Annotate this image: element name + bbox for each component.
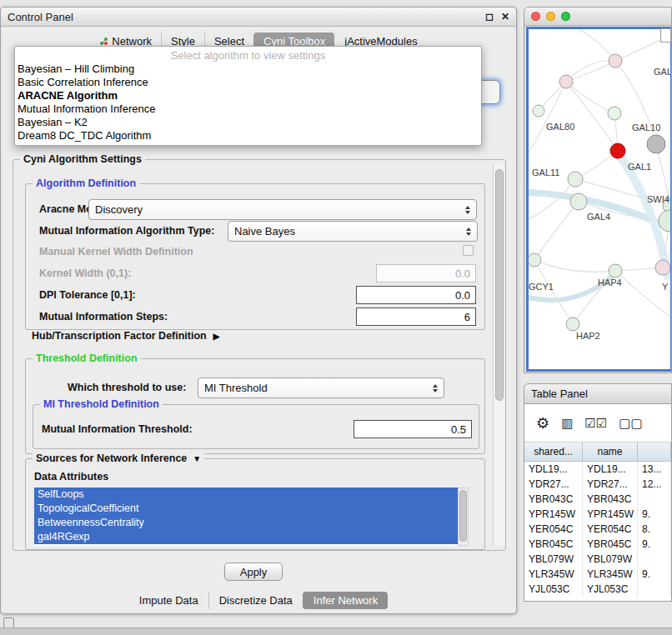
- attributes-scrollbar-thumb[interactable]: [459, 490, 467, 542]
- network-node[interactable]: [610, 143, 625, 158]
- gear-icon[interactable]: ⚙: [536, 416, 549, 431]
- table-row[interactable]: YLR345WYLR345W9.: [524, 567, 671, 582]
- threshold-definition-title: Threshold Definition: [33, 352, 141, 364]
- aracne-mode-select[interactable]: Discovery: [88, 199, 477, 220]
- network-node[interactable]: [659, 210, 672, 232]
- algorithm-option[interactable]: Bayesian – K2: [15, 116, 481, 129]
- network-node[interactable]: [568, 172, 583, 187]
- which-threshold-select[interactable]: MI Threshold: [198, 378, 444, 398]
- deselect-columns-icon[interactable]: ▢▢: [619, 417, 642, 429]
- manual-kernel-label: Manual Kernel Width Definition: [39, 246, 193, 258]
- network-window-titlebar[interactable]: [524, 8, 671, 26]
- attributes-list-scrollbar[interactable]: [458, 488, 469, 546]
- table-row[interactable]: YDR27...YDR27...12...: [524, 477, 671, 492]
- table-cell: YPR145W: [524, 507, 583, 522]
- table-row[interactable]: YJL053CYJL053C: [524, 582, 671, 597]
- apply-button[interactable]: Apply: [224, 562, 283, 581]
- table-cell: 9.: [638, 537, 671, 552]
- sources-group-title-row[interactable]: Sources for Network Inference ▼: [33, 452, 204, 464]
- node-label: Y: [662, 282, 669, 292]
- mi-threshold-group: MI Threshold Definition Mutual Informati…: [33, 404, 479, 449]
- attribute-item[interactable]: SelfLoops: [34, 488, 458, 502]
- table-cell: YBL079W: [583, 552, 638, 567]
- algorithm-dropdown: Bayesian – Hill ClimbingBasic Correlatio…: [15, 62, 481, 142]
- tab-discretize-data[interactable]: Discretize Data: [208, 592, 303, 609]
- table-row[interactable]: YBR043CYBR043C: [524, 492, 671, 507]
- table-toolbar: ⚙▥☑☑▢▢: [524, 404, 671, 442]
- network-node[interactable]: [559, 75, 573, 88]
- column-header[interactable]: [638, 442, 671, 461]
- tab-impute-data[interactable]: Impute Data: [129, 592, 208, 609]
- attribute-item[interactable]: BetweennessCentrality: [34, 516, 458, 530]
- algorithm-option[interactable]: Bayesian – Hill Climbing: [15, 62, 481, 76]
- tab-infer-network[interactable]: Infer Network: [303, 592, 388, 609]
- minimize-window-button[interactable]: [546, 12, 555, 21]
- node-label: GAL11: [532, 168, 559, 178]
- which-threshold-label: Which threshold to use:: [68, 382, 186, 393]
- combo-arrows-icon: [465, 206, 470, 214]
- table-cell: YBR045C: [524, 537, 583, 552]
- network-node[interactable]: [608, 107, 621, 120]
- control-panel-titlebar[interactable]: Control Panel ◻ ✕: [1, 8, 516, 27]
- float-panel-icon[interactable]: ◻: [485, 11, 494, 22]
- network-node[interactable]: [529, 253, 541, 267]
- mi-type-label: Mutual Information Algorithm Type:: [39, 225, 214, 237]
- algorithm-option[interactable]: Dream8 DC_TDC Algorithm: [15, 129, 481, 142]
- close-panel-icon[interactable]: ✕: [501, 11, 509, 22]
- settings-scrollbar-thumb[interactable]: [495, 169, 504, 401]
- close-window-button[interactable]: [531, 12, 540, 21]
- algorithm-option[interactable]: ARACNE Algorithm: [15, 89, 481, 102]
- attribute-item[interactable]: gal4RGexp: [34, 530, 458, 544]
- table-cell: 9.: [638, 507, 671, 522]
- hub-definition-disclosure[interactable]: Hub/Transcription Factor Definition ▶: [32, 330, 219, 342]
- algorithm-option[interactable]: Mutual Information Inference: [15, 102, 481, 116]
- manual-kernel-checkbox[interactable]: [463, 245, 474, 256]
- mi-type-select[interactable]: Naive Bayes: [228, 221, 478, 242]
- table-row[interactable]: YBL079WYBL079W: [524, 552, 671, 567]
- data-attributes-list[interactable]: SelfLoopsTopologicalCoefficientBetweenne…: [34, 488, 458, 546]
- table-panel-titlebar[interactable]: Table Panel: [524, 383, 672, 404]
- algorithm-option[interactable]: Basic Correlation Inference: [15, 76, 481, 89]
- network-node[interactable]: [609, 264, 622, 278]
- table-cell: [638, 492, 671, 507]
- collapsed-arrow-icon[interactable]: ▶: [213, 332, 220, 341]
- dpi-tolerance-field[interactable]: 0.0: [356, 286, 476, 304]
- node-label: SWI4: [647, 194, 669, 204]
- network-tab-icon: [99, 37, 108, 46]
- table-cell: YJL053C: [583, 582, 638, 597]
- kernel-width-field[interactable]: 0.0: [376, 264, 476, 282]
- algorithm-dropdown-overlay: Select algorithm to view settings Bayesi…: [14, 46, 482, 146]
- table-row[interactable]: YER054CYER054C8.: [524, 522, 671, 537]
- expanded-arrow-icon[interactable]: ▼: [193, 454, 201, 463]
- column-header[interactable]: name: [583, 442, 638, 461]
- network-node[interactable]: [533, 105, 544, 117]
- mi-threshold-field[interactable]: 0.5: [354, 420, 472, 438]
- table-cell: 13...: [638, 462, 671, 477]
- attribute-item[interactable]: TopologicalCoefficient: [34, 502, 458, 516]
- column-header[interactable]: shared...: [524, 442, 583, 461]
- node-label: GAL1: [628, 162, 651, 172]
- network-node[interactable]: [570, 193, 587, 210]
- bottom-tab-bar: Impute DataDiscretize DataInfer Network: [1, 591, 516, 609]
- table-cell: YDL19...: [524, 462, 583, 477]
- table-row[interactable]: YPR145WYPR145W9.: [524, 507, 671, 522]
- select-all-columns-icon[interactable]: ☑☑: [584, 417, 607, 429]
- mi-steps-field[interactable]: 6: [356, 308, 476, 326]
- network-edge: [534, 202, 579, 260]
- zoom-window-button[interactable]: [561, 12, 570, 21]
- network-edge: [566, 82, 614, 113]
- table-body: YDL19...YDL19...13...YDR27...YDR27...12.…: [524, 462, 671, 597]
- settings-scrollbar[interactable]: [493, 164, 504, 546]
- columns-icon[interactable]: ▥: [561, 417, 573, 429]
- node-label: HAP4: [598, 278, 622, 288]
- network-node[interactable]: [566, 318, 579, 331]
- table-row[interactable]: YDL19...YDL19...13...: [524, 462, 671, 477]
- network-node[interactable]: [609, 54, 622, 68]
- network-titlebar-controls: [531, 12, 570, 21]
- network-node[interactable]: [655, 260, 670, 275]
- network-node[interactable]: [647, 135, 665, 153]
- sources-group-title: Sources for Network Inference: [36, 452, 187, 464]
- network-canvas[interactable]: GAL80GAL10GALGAL11GAL1SWI4GAL4GCY1HAP4YH…: [526, 27, 672, 372]
- node-label: GAL: [654, 67, 672, 77]
- table-row[interactable]: YBR045CYBR045C9.: [524, 537, 671, 552]
